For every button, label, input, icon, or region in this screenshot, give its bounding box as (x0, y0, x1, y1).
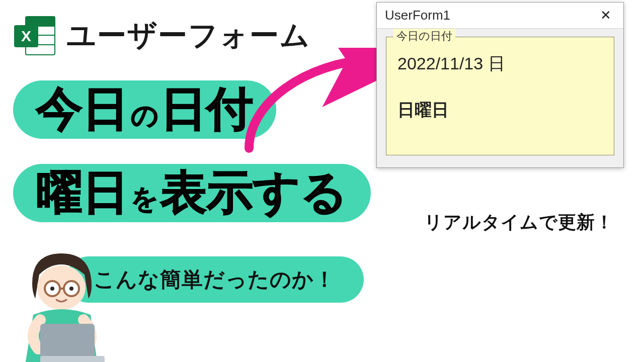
pill1-text-a: 今日 (36, 85, 129, 132)
userform-titlebar[interactable]: UserForm1 ✕ (377, 3, 623, 29)
header-row: X ユーザーフォーム (14, 14, 310, 57)
pill2-text-b: を (131, 185, 158, 212)
userform-body: 今日の日付 2022/11/13 日 日曜日 (377, 29, 623, 167)
character-illustration (0, 239, 123, 362)
userform-frame: 今日の日付 2022/11/13 日 日曜日 (386, 37, 614, 155)
date-label: 2022/11/13 日 (397, 52, 603, 75)
pill3-caption: こんな簡単だったのか！ (94, 265, 336, 294)
svg-rect-7 (40, 356, 105, 362)
excel-badge-icon: X (14, 25, 38, 47)
realtime-caption: リアルタイムで更新！ (424, 210, 614, 235)
pill1-text-b: の (131, 102, 158, 129)
close-icon[interactable]: ✕ (595, 6, 616, 25)
svg-point-4 (50, 287, 54, 291)
svg-point-5 (69, 287, 73, 291)
frame-legend: 今日の日付 (393, 29, 455, 44)
userform-window: UserForm1 ✕ 今日の日付 2022/11/13 日 日曜日 (376, 2, 624, 168)
userform-title: UserForm1 (385, 8, 450, 23)
pill-show-weekday: 曜日 を 表示する (13, 164, 371, 222)
svg-rect-6 (40, 324, 95, 358)
header-title: ユーザーフォーム (66, 16, 310, 55)
excel-icon: X (14, 14, 57, 57)
pill1-text-c: 日付 (160, 85, 253, 132)
weekday-label: 日曜日 (397, 99, 603, 122)
pill-today-date: 今日 の 日付 (13, 80, 276, 139)
pill2-text-c: 表示する (160, 169, 348, 215)
pill2-text-a: 曜日 (36, 169, 129, 215)
